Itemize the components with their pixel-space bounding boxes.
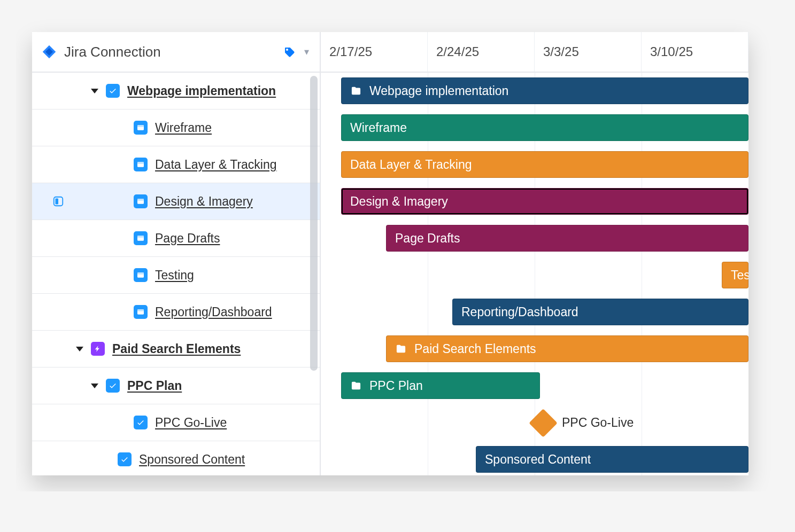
bar-row: Tes bbox=[321, 257, 748, 294]
task-label: Design & Imagery bbox=[155, 194, 253, 209]
task-row-reporting[interactable]: Reporting/Dashboard bbox=[32, 294, 320, 331]
scrollbar-thumb[interactable] bbox=[310, 76, 318, 371]
date-column: 3/10/25 bbox=[642, 32, 748, 72]
bar-row: Design & Imagery bbox=[321, 183, 748, 220]
bar-row: Data Layer & Tracking bbox=[321, 146, 748, 183]
bar-row: Wireframe bbox=[321, 109, 748, 146]
card-icon bbox=[134, 231, 148, 245]
gantt-bar-paid-search[interactable]: Paid Search Elements bbox=[386, 335, 748, 362]
task-row-ppc-golive[interactable]: PPC Go-Live bbox=[32, 404, 320, 441]
task-row-testing[interactable]: Testing bbox=[32, 257, 320, 294]
svg-rect-3 bbox=[137, 162, 144, 163]
gantt-bar-design-imagery[interactable]: Design & Imagery bbox=[341, 188, 748, 215]
gantt-bar-reporting[interactable]: Reporting/Dashboard bbox=[452, 299, 748, 325]
task-list: Webpage implementationWireframeData Laye… bbox=[32, 73, 320, 475]
svg-rect-1 bbox=[137, 125, 144, 127]
task-label: Reporting/Dashboard bbox=[155, 305, 272, 319]
check-icon bbox=[106, 84, 120, 98]
task-label: Wireframe bbox=[155, 121, 212, 135]
task-row-design-imagery[interactable]: Design & Imagery bbox=[32, 183, 320, 220]
task-row-data-layer[interactable]: Data Layer & Tracking bbox=[32, 146, 320, 183]
chevron-down-icon[interactable]: ▾ bbox=[303, 46, 310, 58]
bar-row: PPC Plan bbox=[321, 367, 748, 404]
bar-row: Sponsored Content bbox=[321, 441, 748, 475]
bar-row: PPC Go-Live bbox=[321, 404, 748, 441]
task-label: Data Layer & Tracking bbox=[155, 158, 277, 172]
date-column: 3/3/25 bbox=[535, 32, 642, 72]
check-icon bbox=[106, 379, 120, 393]
task-label: Testing bbox=[155, 268, 194, 283]
card-icon bbox=[134, 194, 148, 208]
date-column: 2/24/25 bbox=[428, 32, 535, 72]
gantt-bar-ppc-plan[interactable]: PPC Plan bbox=[341, 372, 540, 399]
caret-icon[interactable] bbox=[76, 347, 83, 351]
bar-label: Wireframe bbox=[350, 121, 407, 135]
task-row-page-drafts[interactable]: Page Drafts bbox=[32, 220, 320, 257]
timeline-header: 2/17/252/24/253/3/253/10/25 bbox=[321, 32, 748, 73]
gantt-bar-data-layer[interactable]: Data Layer & Tracking bbox=[341, 151, 748, 178]
svg-rect-13 bbox=[137, 309, 144, 311]
connection-title: Jira Connection bbox=[64, 44, 275, 60]
task-row-wireframe[interactable]: Wireframe bbox=[32, 109, 320, 146]
task-label: Page Drafts bbox=[155, 231, 220, 246]
timeline-bars: Webpage implementationWireframeData Laye… bbox=[321, 73, 748, 475]
svg-rect-5 bbox=[137, 199, 144, 200]
bar-row: Page Drafts bbox=[321, 220, 748, 257]
task-label: Webpage implementation bbox=[127, 84, 276, 98]
bar-label: PPC Plan bbox=[369, 379, 423, 393]
folder-icon bbox=[350, 86, 362, 96]
bar-label: Paid Search Elements bbox=[414, 342, 536, 356]
card-icon bbox=[134, 268, 148, 282]
bar-label: Reporting/Dashboard bbox=[461, 305, 578, 319]
task-label: Paid Search Elements bbox=[112, 342, 241, 356]
sidebar-header: Jira Connection ▾ bbox=[32, 32, 320, 73]
milestone-label: PPC Go-Live bbox=[562, 416, 634, 430]
svg-rect-7 bbox=[56, 199, 59, 205]
check-icon bbox=[118, 452, 132, 466]
bar-label: Webpage implementation bbox=[369, 84, 508, 98]
task-row-sponsored[interactable]: Sponsored Content bbox=[32, 441, 320, 475]
gantt-bar-wireframe[interactable]: Wireframe bbox=[341, 114, 748, 141]
bar-row: Paid Search Elements bbox=[321, 331, 748, 367]
milestone-ppc-golive[interactable] bbox=[529, 409, 558, 437]
gantt-bar-testing[interactable]: Tes bbox=[722, 262, 748, 288]
gantt-app: Jira Connection ▾ Webpage implementation… bbox=[32, 32, 748, 475]
gantt-bar-page-drafts[interactable]: Page Drafts bbox=[386, 225, 748, 252]
caret-icon[interactable] bbox=[91, 384, 98, 388]
svg-rect-9 bbox=[137, 236, 144, 237]
folder-icon bbox=[395, 344, 407, 354]
card-icon bbox=[134, 305, 148, 319]
jira-icon bbox=[42, 44, 57, 59]
bolt-icon bbox=[91, 342, 105, 356]
gantt-bar-webpage-impl[interactable]: Webpage implementation bbox=[341, 77, 748, 104]
tag-icon[interactable] bbox=[283, 45, 296, 58]
gantt-bar-sponsored[interactable]: Sponsored Content bbox=[476, 446, 748, 473]
check-icon bbox=[134, 416, 148, 429]
card-icon bbox=[134, 121, 148, 135]
bar-row: Reporting/Dashboard bbox=[321, 294, 748, 331]
task-row-webpage-impl[interactable]: Webpage implementation bbox=[32, 73, 320, 109]
caret-icon[interactable] bbox=[91, 89, 98, 93]
sidebar: Jira Connection ▾ Webpage implementation… bbox=[32, 32, 321, 475]
card-icon bbox=[134, 158, 148, 171]
bar-label: Sponsored Content bbox=[485, 452, 591, 467]
task-row-ppc-plan[interactable]: PPC Plan bbox=[32, 367, 320, 404]
svg-rect-11 bbox=[137, 272, 144, 274]
date-column: 2/17/25 bbox=[321, 32, 428, 72]
panel-icon bbox=[51, 194, 65, 208]
bar-label: Design & Imagery bbox=[350, 194, 448, 209]
task-row-paid-search[interactable]: Paid Search Elements bbox=[32, 331, 320, 367]
bar-row: Webpage implementation bbox=[321, 73, 748, 109]
task-label: PPC Go-Live bbox=[155, 416, 227, 430]
bar-label: Tes bbox=[731, 268, 748, 283]
gantt-chart: 2/17/252/24/253/3/253/10/25 Webpage impl… bbox=[321, 32, 748, 475]
folder-icon bbox=[350, 381, 362, 390]
task-label: Sponsored Content bbox=[139, 452, 245, 467]
bar-label: Data Layer & Tracking bbox=[350, 158, 472, 172]
bar-label: Page Drafts bbox=[395, 231, 460, 246]
task-label: PPC Plan bbox=[127, 379, 182, 393]
